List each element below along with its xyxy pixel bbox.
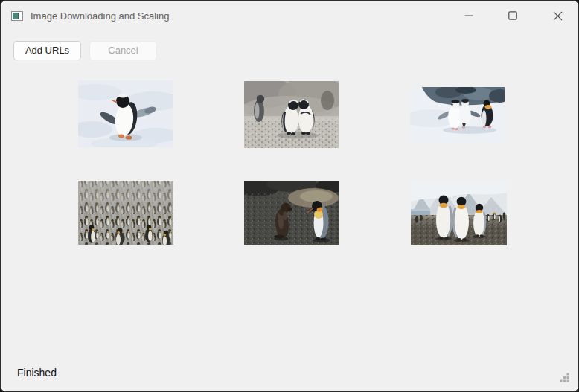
penguin-photo [411,181,507,245]
thumbnail-king-colony [78,181,173,245]
maximize-icon [508,11,517,20]
penguin-photo [244,181,339,245]
penguin-photo [78,80,173,147]
close-icon [553,11,563,21]
add-urls-button[interactable]: Add URLs [13,41,81,60]
resize-grip[interactable] [560,372,569,382]
app-window-icon [11,11,23,21]
thumbnail-kings-beach [411,181,507,245]
window-title: Image Downloading and Scaling [31,10,169,22]
penguin-photo [244,81,339,148]
titlebar[interactable]: Image Downloading and Scaling [1,1,578,30]
resize-grip-icon [560,373,569,382]
thumbnail-chinstraps-snow [410,87,505,144]
close-button[interactable] [540,1,575,30]
maximize-button[interactable] [496,1,530,30]
penguin-photo [410,87,505,144]
penguin-photo [78,181,173,245]
status-text: Finished [17,367,57,379]
cancel-button[interactable]: Cancel [89,41,157,60]
thumbnail-seal-and-king [244,181,339,245]
app-window: Image Downloading and Scaling Add URLs C… [0,0,579,392]
minimize-button[interactable] [452,1,486,30]
minimize-icon [464,11,473,20]
thumbnail-african-penguins [244,81,339,148]
thumbnail-gentoo-snow [78,80,173,147]
